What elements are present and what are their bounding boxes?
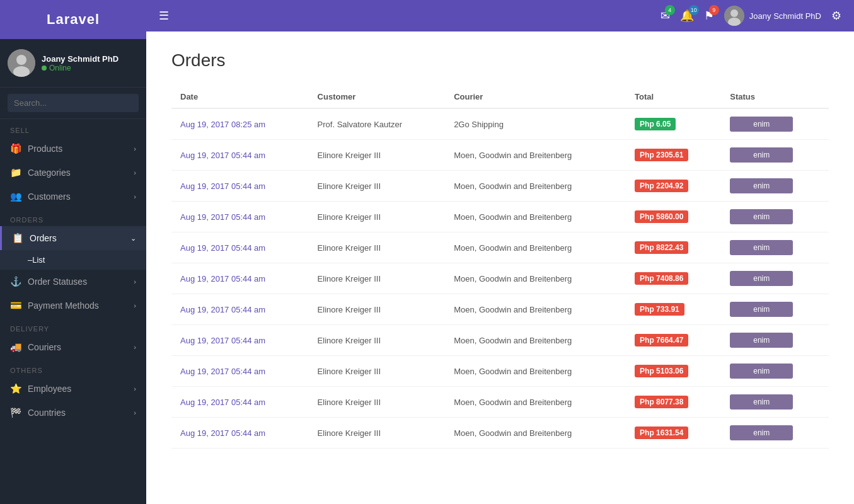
price-badge: Php 8077.38 — [635, 396, 688, 408]
sidebar-item-payment-methods[interactable]: 💳 Payment Methods › — [0, 294, 146, 318]
svg-point-4 — [730, 9, 738, 17]
cell-courier: Moen, Goodwin and Breitenberg — [445, 232, 626, 263]
cell-total: Php 733.91 — [626, 294, 721, 325]
date-link[interactable]: Aug 19, 2017 05:44 am — [180, 398, 265, 407]
cell-status: enim — [721, 202, 829, 232]
user-topbar[interactable]: Joany Schmidt PhD — [724, 6, 821, 26]
chevron-down-icon: ⌄ — [130, 234, 136, 243]
cell-courier: Moen, Goodwin and Breitenberg — [445, 202, 626, 232]
cell-date[interactable]: Aug 19, 2017 05:44 am — [171, 140, 309, 171]
search-input[interactable] — [8, 94, 139, 112]
cell-customer: Elinore Kreiger III — [309, 232, 446, 263]
date-link[interactable]: Aug 19, 2017 05:44 am — [180, 274, 265, 284]
cell-date[interactable]: Aug 19, 2017 05:44 am — [171, 387, 309, 418]
cell-date[interactable]: Aug 19, 2017 05:44 am — [171, 232, 309, 263]
sidebar-item-countries[interactable]: 🏁 Countries › — [0, 401, 146, 425]
cell-customer: Elinore Kreiger III — [309, 325, 446, 356]
cell-status: enim — [721, 356, 829, 387]
sidebar-item-order-statuses[interactable]: ⚓ Order Statuses › — [0, 270, 146, 294]
sidebar-item-products[interactable]: 🎁 Products › — [0, 137, 146, 161]
topbar: ☰ ✉ 4 🔔 10 ⚑ 9 — [146, 0, 854, 32]
customers-icon: 👥 — [10, 191, 21, 202]
order-statuses-icon: ⚓ — [10, 276, 21, 287]
section-others-label: OTHERS — [0, 359, 146, 377]
table-row: Aug 19, 2017 08:25 am Prof. Salvatore Ka… — [171, 108, 829, 140]
cell-total: Php 1631.54 — [626, 418, 721, 449]
cell-total: Php 5103.06 — [626, 356, 721, 387]
date-link[interactable]: Aug 19, 2017 05:44 am — [180, 212, 265, 222]
chevron-right-icon: › — [134, 343, 136, 351]
date-link[interactable]: Aug 19, 2017 05:44 am — [180, 428, 265, 438]
cell-total: Php 6.05 — [626, 108, 721, 140]
cell-date[interactable]: Aug 19, 2017 05:44 am — [171, 202, 309, 232]
date-link[interactable]: Aug 19, 2017 05:44 am — [180, 305, 265, 314]
date-link[interactable]: Aug 19, 2017 08:25 am — [180, 120, 265, 129]
sidebar-item-orders[interactable]: 📋 Orders ⌄ — [0, 226, 146, 250]
flag-button[interactable]: ⚑ 9 — [704, 9, 714, 23]
settings-icon[interactable]: ⚙ — [831, 9, 841, 23]
orders-table: Date Customer Courier Total Status Aug 1… — [171, 86, 829, 449]
cell-date[interactable]: Aug 19, 2017 05:44 am — [171, 171, 309, 202]
chevron-right-icon: › — [134, 145, 136, 152]
price-badge: Php 5860.00 — [635, 210, 688, 223]
list-icon: – — [28, 255, 32, 265]
sidebar-item-customers[interactable]: 👥 Customers › — [0, 185, 146, 209]
cell-date[interactable]: Aug 19, 2017 05:44 am — [171, 356, 309, 387]
cell-customer: Elinore Kreiger III — [309, 418, 446, 449]
cell-total: Php 8077.38 — [626, 387, 721, 418]
chevron-right-icon: › — [134, 169, 136, 176]
status-badge: enim — [730, 302, 793, 317]
cell-date[interactable]: Aug 19, 2017 08:25 am — [171, 108, 309, 140]
cell-courier: 2Go Shipping — [445, 108, 626, 140]
table-row: Aug 19, 2017 05:44 am Elinore Kreiger II… — [171, 387, 829, 418]
cell-status: enim — [721, 263, 829, 294]
sidebar-item-list-label: List — [32, 255, 45, 265]
date-link[interactable]: Aug 19, 2017 05:44 am — [180, 181, 265, 191]
cell-customer: Elinore Kreiger III — [309, 171, 446, 202]
cell-date[interactable]: Aug 19, 2017 05:44 am — [171, 418, 309, 449]
cell-status: enim — [721, 325, 829, 356]
notifications-button[interactable]: 🔔 10 — [680, 9, 694, 23]
user-info: Joany Schmidt PhD Online — [42, 54, 118, 72]
categories-icon: 📁 — [10, 167, 21, 178]
mail-button[interactable]: ✉ 4 — [661, 9, 670, 23]
col-total: Total — [626, 86, 721, 108]
cell-courier: Moen, Goodwin and Breitenberg — [445, 140, 626, 171]
cell-status: enim — [721, 294, 829, 325]
col-date: Date — [171, 86, 309, 108]
mail-badge: 4 — [665, 5, 675, 15]
section-delivery-label: DELIVERY — [0, 318, 146, 335]
sidebar-item-employees[interactable]: ⭐ Employees › — [0, 377, 146, 401]
cell-date[interactable]: Aug 19, 2017 05:44 am — [171, 263, 309, 294]
price-badge: Php 1631.54 — [635, 427, 688, 439]
col-status: Status — [721, 86, 829, 108]
cell-status: enim — [721, 232, 829, 263]
hamburger-icon[interactable]: ☰ — [159, 9, 169, 23]
table-row: Aug 19, 2017 05:44 am Elinore Kreiger II… — [171, 202, 829, 232]
search-box[interactable] — [0, 88, 146, 119]
cell-total: Php 2204.92 — [626, 171, 721, 202]
payment-methods-icon: 💳 — [10, 300, 21, 311]
cell-total: Php 7408.86 — [626, 263, 721, 294]
date-link[interactable]: Aug 19, 2017 05:44 am — [180, 367, 265, 376]
topbar-icons: ✉ 4 🔔 10 ⚑ 9 Joany Schmidt PhD — [661, 6, 841, 26]
main: ☰ ✉ 4 🔔 10 ⚑ 9 — [146, 0, 854, 504]
status-badge: enim — [730, 240, 793, 255]
cell-customer: Prof. Salvatore Kautzer — [309, 108, 446, 140]
cell-date[interactable]: Aug 19, 2017 05:44 am — [171, 294, 309, 325]
section-orders-label: ORDERS — [0, 209, 146, 226]
sidebar-item-list[interactable]: – List — [0, 250, 146, 270]
date-link[interactable]: Aug 19, 2017 05:44 am — [180, 243, 265, 253]
cell-customer: Elinore Kreiger III — [309, 387, 446, 418]
topbar-username: Joany Schmidt PhD — [749, 11, 821, 21]
price-badge: Php 6.05 — [635, 118, 676, 130]
employees-icon: ⭐ — [10, 383, 21, 394]
sidebar-item-categories[interactable]: 📁 Categories › — [0, 161, 146, 185]
cell-date[interactable]: Aug 19, 2017 05:44 am — [171, 325, 309, 356]
sidebar-item-couriers[interactable]: 🚚 Couriers › — [0, 335, 146, 359]
cell-courier: Moen, Goodwin and Breitenberg — [445, 356, 626, 387]
sidebar-item-orders-label: Orders — [30, 233, 57, 243]
date-link[interactable]: Aug 19, 2017 05:44 am — [180, 151, 265, 160]
chevron-right-icon: › — [134, 302, 136, 309]
date-link[interactable]: Aug 19, 2017 05:44 am — [180, 336, 265, 345]
